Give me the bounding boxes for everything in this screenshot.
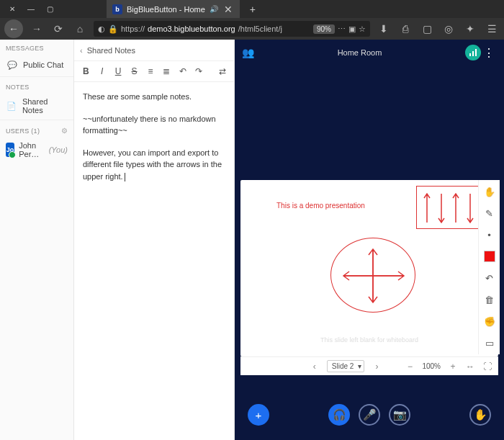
zoom-out-button[interactable]: − bbox=[405, 362, 415, 372]
room-title: Home Room bbox=[254, 48, 465, 57]
unordered-list-button[interactable]: ≣ bbox=[162, 66, 171, 76]
next-slide-button[interactable]: › bbox=[372, 362, 382, 372]
notes-p1: These are some sample notes. bbox=[83, 91, 225, 103]
zoom-level: 100% bbox=[422, 362, 441, 370]
shield-icon[interactable]: ◐ bbox=[98, 24, 105, 34]
slide-content: This is a demo presentation This slide l… bbox=[240, 180, 498, 356]
tab-close-icon[interactable]: ✕ bbox=[222, 4, 234, 15]
slide-select[interactable]: Slide 2 ▾ bbox=[327, 360, 365, 372]
clear-annotations-icon[interactable]: 🗑 bbox=[482, 292, 497, 307]
stage-header: 👥 Home Room ⋮ bbox=[235, 40, 504, 66]
bold-button[interactable]: B bbox=[81, 66, 90, 76]
svg-rect-2 bbox=[475, 49, 477, 56]
user-avatar: Jo bbox=[6, 143, 14, 157]
chevron-down-icon: ▾ bbox=[358, 362, 361, 370]
ordered-list-button[interactable]: ≡ bbox=[146, 66, 155, 76]
bookmark-star-icon[interactable]: ☆ bbox=[359, 24, 366, 34]
notes-header-title: Shared Notes bbox=[87, 46, 135, 55]
pencil-tool-icon[interactable]: ✎ bbox=[482, 206, 497, 220]
hand-tool-icon[interactable]: ✋ bbox=[482, 184, 497, 199]
lock-icon[interactable]: 🔒 bbox=[108, 24, 118, 34]
window-titlebar: ✕ ― ▢ b BigBlueButton - Home 🔊 ✕ + bbox=[0, 0, 504, 18]
sidebar-section-users: USERS (1) ⚙ bbox=[0, 122, 73, 138]
sidebar-item-shared-notes[interactable]: 📄 Shared Notes bbox=[0, 94, 73, 118]
window-maximize-icon[interactable]: ▢ bbox=[43, 4, 56, 14]
user-you-label: (You) bbox=[49, 145, 68, 154]
prev-slide-button[interactable]: ‹ bbox=[310, 362, 320, 372]
notes-header: ‹ Shared Notes bbox=[74, 40, 234, 61]
webcam-button[interactable]: 📷 bbox=[389, 404, 410, 426]
audio-button[interactable]: 🎧 bbox=[328, 404, 350, 426]
new-tab-button[interactable]: + bbox=[247, 4, 258, 15]
tab-audio-icon[interactable]: 🔊 bbox=[210, 5, 218, 13]
account-icon[interactable]: ◎ bbox=[441, 21, 456, 37]
sidebar-icon[interactable]: ▢ bbox=[419, 21, 435, 37]
presentation-stage: 👥 Home Room ⋮ This is a demo presentatio… bbox=[235, 40, 504, 440]
notes-back-icon[interactable]: ‹ bbox=[80, 46, 83, 55]
zoom-badge[interactable]: 90% bbox=[313, 24, 335, 34]
tab-title: BigBlueButton - Home bbox=[127, 5, 205, 14]
fullscreen-button[interactable]: ⛶ bbox=[482, 362, 492, 372]
nav-reload-button[interactable]: ⟳ bbox=[50, 21, 66, 37]
text-cursor bbox=[125, 173, 125, 181]
connectivity-indicator[interactable] bbox=[465, 45, 481, 60]
whiteboard[interactable]: This is a demo presentation This slide l… bbox=[240, 180, 498, 356]
page-actions-icon[interactable]: ⋯ bbox=[338, 24, 346, 34]
sidebar-section-notes: NOTES bbox=[0, 78, 73, 94]
blank-slide-text: This slide left blank for whiteboard bbox=[240, 336, 498, 344]
nav-back-button[interactable]: ← bbox=[4, 19, 23, 38]
undo-button[interactable]: ↶ bbox=[179, 66, 187, 76]
sidebar-item-public-chat[interactable]: 💬 Public Chat bbox=[0, 55, 73, 75]
app-body: MESSAGES 💬 Public Chat NOTES 📄 Shared No… bbox=[0, 40, 504, 440]
notes-p3: However, you can import and export to di… bbox=[83, 147, 225, 183]
notes-p2: ~~unfortunately there is no markdown for… bbox=[83, 113, 225, 137]
media-controls: 🎧 🎤 📷 bbox=[328, 404, 410, 426]
url-bar[interactable]: ◐ 🔒 https://demo3.bigbluebutton.org/html… bbox=[94, 21, 370, 37]
redo-button[interactable]: ↷ bbox=[194, 66, 203, 76]
extension-icon[interactable]: ✦ bbox=[462, 21, 478, 37]
sidebar-section-messages: MESSAGES bbox=[0, 40, 73, 55]
italic-button[interactable]: I bbox=[97, 66, 106, 76]
nav-forward-button[interactable]: → bbox=[29, 21, 45, 37]
undo-annotation-icon[interactable]: ↶ bbox=[482, 271, 497, 285]
browser-tab[interactable]: b BigBlueButton - Home 🔊 ✕ bbox=[107, 0, 240, 18]
import-export-button[interactable]: ⇄ bbox=[218, 66, 227, 76]
reader-icon[interactable]: ▣ bbox=[348, 24, 356, 34]
library-icon[interactable]: ⎙ bbox=[397, 21, 413, 37]
fit-width-button[interactable]: ↔ bbox=[465, 362, 475, 372]
window-close-icon[interactable]: ✕ bbox=[6, 4, 19, 14]
downloads-icon[interactable]: ⬇ bbox=[376, 21, 392, 37]
browser-navbar: ← → ⟳ ⌂ ◐ 🔒 https://demo3.bigbluebutton.… bbox=[0, 18, 504, 40]
slide-navigation: ‹ Slide 2 ▾ › − 100% + ↔ ⛶ bbox=[240, 356, 498, 375]
window-minimize-icon[interactable]: ― bbox=[24, 4, 37, 14]
menu-icon[interactable]: ☰ bbox=[484, 21, 500, 37]
drawn-rectangle bbox=[416, 186, 480, 229]
thickness-dot-icon[interactable]: • bbox=[482, 228, 497, 242]
color-swatch[interactable] bbox=[482, 249, 497, 264]
mute-button[interactable]: 🎤 bbox=[359, 404, 380, 426]
options-menu-icon[interactable]: ⋮ bbox=[481, 46, 497, 60]
underline-button[interactable]: U bbox=[114, 66, 122, 76]
zoom-in-button[interactable]: + bbox=[448, 362, 458, 372]
nav-home-button[interactable]: ⌂ bbox=[72, 21, 88, 37]
notes-icon: 📄 bbox=[6, 99, 18, 112]
users-icon[interactable]: 👥 bbox=[242, 47, 254, 58]
palm-rejection-icon[interactable]: ✊ bbox=[482, 314, 497, 328]
tab-favicon: b bbox=[112, 4, 122, 14]
user-name: John Per… bbox=[19, 141, 43, 158]
multiuser-whiteboard-icon[interactable]: ▭ bbox=[482, 336, 497, 350]
url-prefix: https:// bbox=[121, 24, 145, 33]
shared-notes-label: Shared Notes bbox=[22, 97, 68, 115]
actions-plus-button[interactable]: + bbox=[248, 404, 269, 426]
notes-editor[interactable]: These are some sample notes. ~~unfortuna… bbox=[74, 82, 234, 201]
strike-button[interactable]: S bbox=[130, 66, 138, 76]
cross-arrows-icon bbox=[336, 243, 410, 308]
box-arrows-icon bbox=[420, 189, 477, 227]
users-gear-icon[interactable]: ⚙ bbox=[61, 127, 68, 135]
shared-notes-panel: ‹ Shared Notes B I U S ≡ ≣ ↶ ↷ ⇄ These a… bbox=[74, 40, 235, 440]
public-chat-label: Public Chat bbox=[23, 60, 63, 69]
action-bar: + 🎧 🎤 📷 ✋ bbox=[235, 404, 504, 426]
raise-hand-button[interactable]: ✋ bbox=[469, 404, 491, 426]
url-host: demo3.bigbluebutton.org bbox=[148, 24, 235, 33]
sidebar-item-user[interactable]: Jo John Per… (You) bbox=[0, 138, 73, 162]
